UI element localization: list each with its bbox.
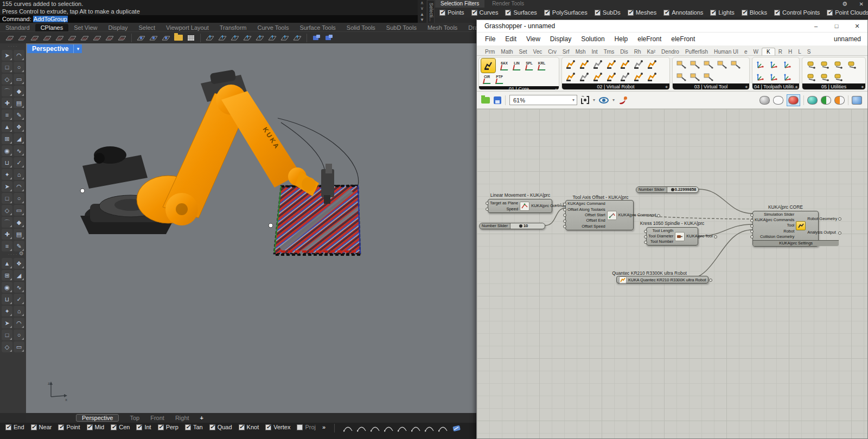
filter-surfaces[interactable]: Surfaces <box>505 9 537 16</box>
tab-selection-filters[interactable]: Selection Filters <box>435 0 484 8</box>
gh-tab-srf[interactable]: Srf <box>560 48 572 55</box>
robot-model-icon[interactable] <box>618 58 631 70</box>
command-input[interactable]: AddToGroup <box>33 16 68 22</box>
sidebar-tool-icon[interactable]: ▭ <box>14 341 24 352</box>
kukaprc-settings-button[interactable]: KUKA|prc Settings <box>753 240 839 246</box>
utility-icon[interactable] <box>831 70 845 83</box>
sidebar-tool-icon[interactable]: ∿ <box>14 282 24 293</box>
filter-subds[interactable]: SubDs <box>595 9 621 16</box>
osnap-point[interactable]: Point <box>58 424 80 430</box>
sidebar-tool-icon[interactable]: ⊔ <box>2 157 12 168</box>
sidebar-tool-icon[interactable]: ▤ <box>14 229 24 240</box>
core-command-icon[interactable]: 6AX <box>498 60 510 72</box>
number-slider-10[interactable]: Number Slider 10 <box>479 223 545 229</box>
filter-points[interactable]: Points <box>439 9 464 16</box>
osnap-near[interactable]: Near <box>31 424 52 430</box>
sidebar-tool-icon[interactable]: ◉ <box>2 282 12 293</box>
sidebar-tool-icon[interactable]: ✓ <box>14 294 24 305</box>
sidebar-tool-icon[interactable]: ▭ <box>14 74 24 85</box>
cplane-tool-icon[interactable] <box>217 33 228 42</box>
osnap-knot[interactable]: Knot <box>239 424 259 430</box>
preview-blue-gem-icon[interactable] <box>852 96 862 105</box>
robot-model-icon[interactable] <box>591 58 604 70</box>
preview-eye-icon[interactable] <box>599 97 609 104</box>
osnap-perp[interactable]: Perp <box>158 424 178 430</box>
node-linear-movement[interactable]: Target as Plane Speed KUKA|prc Command <box>488 199 552 213</box>
tab-render-tools[interactable]: Render Tools <box>487 0 529 8</box>
close-icon[interactable]: ✕ <box>859 1 864 7</box>
osnap-vertex[interactable]: Vertex <box>265 424 290 430</box>
command-scrollbar[interactable]: ∧ ∨ ▲ ▼ <box>418 0 426 23</box>
core-command-icon[interactable]: KRL <box>535 60 548 72</box>
perspective-viewport[interactable]: Perspective ▾ <box>26 43 476 413</box>
sidebar-tool-icon[interactable]: ▤ <box>14 98 24 108</box>
param-offset-along-toolaxis[interactable]: Offset Along Toolaxis <box>567 207 605 212</box>
sidebar-tool-icon[interactable]: ✓ <box>14 157 24 168</box>
param-collision-geometry[interactable]: Collision Geometry <box>755 234 794 240</box>
tab-subd-tools[interactable]: SubD Tools <box>381 24 422 31</box>
utility-icon[interactable] <box>818 70 831 83</box>
sidebar-tool-icon[interactable]: ❖ <box>14 121 24 132</box>
slider-track[interactable]: 0.22999858 <box>667 187 698 192</box>
sidebar-tool-icon[interactable]: ⌂ <box>14 169 24 180</box>
sidebar-tool-icon[interactable]: ✎ <box>14 241 24 251</box>
utility-icon[interactable] <box>804 70 818 83</box>
curve-filter-icon[interactable] <box>343 425 353 433</box>
osnap-int[interactable]: Int <box>136 424 151 430</box>
curve-filter-icon[interactable] <box>371 425 380 433</box>
param-tool-length[interactable]: Tool Length <box>648 228 673 234</box>
sidebar-tool-icon[interactable]: ⌂ <box>14 306 24 317</box>
param-kukaprc-tool-out[interactable]: KUKA|prc Tool <box>686 234 713 239</box>
robot-model-icon[interactable] <box>577 70 591 83</box>
utility-icon[interactable] <box>818 58 831 70</box>
sidebar-tool-icon[interactable]: ◇ <box>2 205 12 216</box>
tab-standard[interactable]: Standard <box>0 24 35 31</box>
chevron-down-icon[interactable]: ▾ <box>593 98 595 102</box>
tab-curve-tools[interactable]: Curve Tools <box>252 24 295 31</box>
preview-off-gem-icon[interactable] <box>760 96 770 105</box>
filter-annotations[interactable]: Annotations <box>663 9 703 16</box>
sidebar-tool-icon[interactable]: ◢ <box>14 270 24 281</box>
zoom-extents-icon[interactable] <box>581 96 589 104</box>
menu-elefront[interactable]: eleFront <box>633 35 666 43</box>
cplane-tool-icon[interactable] <box>17 33 28 42</box>
toolpath-utility-icon[interactable] <box>768 70 781 83</box>
robot-model-icon[interactable] <box>604 58 618 70</box>
vp-tab-top[interactable]: Top <box>130 415 139 421</box>
gh-tab-vec[interactable]: Vec <box>531 48 545 55</box>
sidebar-tool-icon[interactable]: ⌒ <box>2 217 12 228</box>
menu-edit[interactable]: Edit <box>500 35 521 43</box>
preview-document-gem-icon[interactable] <box>834 96 845 105</box>
utility-icon[interactable] <box>845 58 858 70</box>
cplane-tool-icon[interactable] <box>54 33 65 42</box>
gh-tab-human-ui[interactable]: Human UI <box>711 48 741 55</box>
maximize-button[interactable]: □ <box>826 20 847 32</box>
osnap-mid[interactable]: Mid <box>87 424 105 430</box>
core-command-icon[interactable]: CIR <box>481 73 493 86</box>
preview-wireframe-gem-icon[interactable] <box>773 96 783 105</box>
group-label-utilities[interactable]: 05 | Utilities <box>802 83 865 89</box>
tab-set-view[interactable]: Set View <box>68 24 103 31</box>
curve-filter-icon[interactable] <box>438 425 448 433</box>
utility-icon[interactable] <box>831 58 845 70</box>
save-document-icon[interactable] <box>494 96 501 104</box>
toolpath-utility-icon[interactable] <box>768 58 781 70</box>
command-line[interactable]: Command: AddToGroup <box>0 15 418 23</box>
gh-tab-set[interactable]: Set <box>516 48 530 55</box>
menu-help[interactable]: Help <box>610 35 633 43</box>
curve-filter-icon[interactable] <box>411 425 420 433</box>
gear-icon[interactable]: ⚙ <box>19 251 25 256</box>
tab-display[interactable]: Display <box>103 24 133 31</box>
group-label-virtual-tool[interactable]: 03 | Virtual Tool <box>673 83 749 89</box>
node-kress-spindle[interactable]: Tool Length Tool Diameter Tool Number KU… <box>646 227 698 246</box>
curve-filter-icon[interactable] <box>384 425 393 433</box>
cplane-tool-icon[interactable] <box>4 33 15 42</box>
group-label-core[interactable]: 01 | Core <box>479 86 559 90</box>
tab-mesh-tools[interactable]: Mesh Tools <box>422 24 463 31</box>
sidebar-tool-icon[interactable]: ≡ <box>2 241 12 251</box>
sidebar-tool-icon[interactable]: ◆ <box>14 86 24 96</box>
param-robot[interactable]: Robot <box>755 229 794 234</box>
cplane-tool-icon[interactable] <box>136 33 146 42</box>
curve-filter-icon-active[interactable] <box>452 425 461 433</box>
vp-tab-perspective[interactable]: Perspective <box>76 414 119 422</box>
